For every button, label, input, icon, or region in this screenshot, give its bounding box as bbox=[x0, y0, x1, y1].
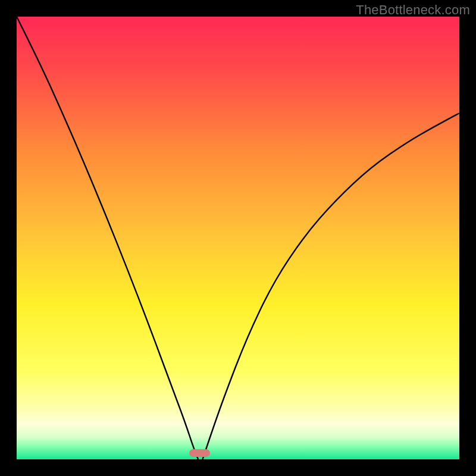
plot-area bbox=[17, 17, 459, 459]
frame: TheBottleneck.com bbox=[0, 0, 476, 476]
curve-layer bbox=[17, 17, 459, 459]
watermark-text: TheBottleneck.com bbox=[356, 2, 470, 18]
valley-marker bbox=[189, 449, 210, 457]
left-curve bbox=[17, 17, 198, 459]
right-curve bbox=[202, 113, 459, 459]
